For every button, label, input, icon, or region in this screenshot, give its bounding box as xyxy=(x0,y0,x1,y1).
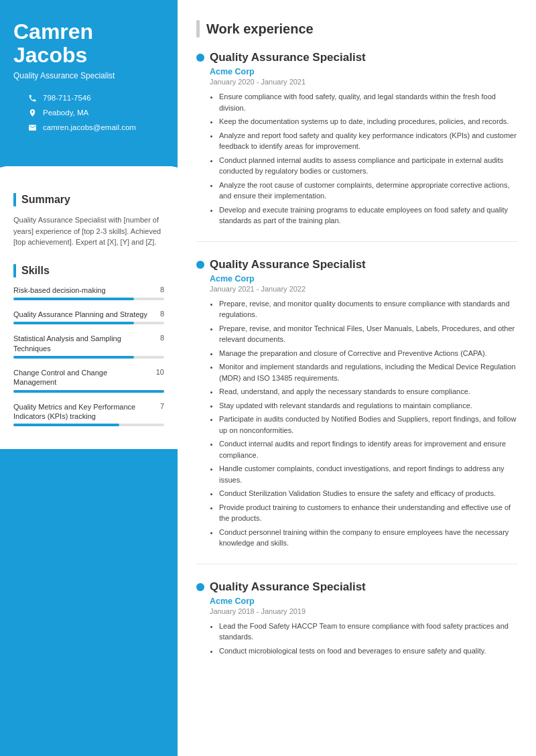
job-title: Quality Assurance Specialist xyxy=(210,580,366,594)
summary-accent xyxy=(13,193,16,206)
job-entry: Quality Assurance Specialist Acme Corp J… xyxy=(196,51,517,242)
job-dot xyxy=(196,583,204,591)
skill-name: Quality Assurance Planning and Strategy xyxy=(13,310,156,319)
job-dates: January 2021 - January 2022 xyxy=(210,285,517,293)
bullet-item: Conduct internal audits and report findi… xyxy=(219,438,517,460)
job-dot xyxy=(196,261,204,269)
location-contact: Peabody, MA xyxy=(27,107,151,118)
skill-item: Quality Metrics and Key Performance Indi… xyxy=(13,402,164,427)
bullet-item: Provide product training to customers to… xyxy=(219,502,517,524)
work-experience-title: Work experience xyxy=(206,21,314,37)
summary-heading: Summary xyxy=(13,193,164,206)
skill-bar-fill xyxy=(13,298,134,300)
bullet-item: Conduct planned internal audits to asses… xyxy=(219,155,517,177)
bullet-item: Lead the Food Safety HACCP Team to ensur… xyxy=(219,621,517,643)
skill-score: 8 xyxy=(160,286,164,294)
skill-bar-fill xyxy=(13,322,134,324)
skill-score: 7 xyxy=(160,402,164,410)
main-content: Work experience Quality Assurance Specia… xyxy=(178,0,536,756)
job-title: Quality Assurance Specialist xyxy=(210,51,366,64)
bullet-item: Develop and execute training programs to… xyxy=(219,204,517,227)
skill-score: 8 xyxy=(160,334,164,342)
bullet-item: Analyze and report food safety and quali… xyxy=(219,130,517,152)
bullet-item: Conduct microbiological tests on food an… xyxy=(219,645,517,657)
skill-bar-bg xyxy=(13,356,164,359)
job-entry: Quality Assurance Specialist Acme Corp J… xyxy=(196,258,517,564)
skill-bar-fill xyxy=(13,390,164,393)
bullet-item: Stay updated with relevant standards and… xyxy=(219,400,517,412)
email-text: camren.jacobs@email.com xyxy=(43,123,136,131)
bullet-item: Participate in audits conducted by Notif… xyxy=(219,414,517,436)
phone-icon xyxy=(27,92,38,103)
job-title-row: Quality Assurance Specialist xyxy=(196,258,517,271)
candidate-title: Quality Assurance Specialist xyxy=(13,71,164,80)
skill-item: Statistical Analysis and Sampling Techni… xyxy=(13,334,164,359)
job-dot xyxy=(196,54,204,62)
bullet-item: Conduct Sterilization Validation Studies… xyxy=(219,488,517,499)
skill-name: Quality Metrics and Key Performance Indi… xyxy=(13,402,156,422)
skill-item: Risk-based decision-making 8 xyxy=(13,286,164,300)
email-icon xyxy=(27,122,38,133)
bullet-item: Monitor and implement standards and regu… xyxy=(219,361,517,383)
resume-container: Camren Jacobs Quality Assurance Speciali… xyxy=(0,0,536,756)
work-experience-header: Work experience xyxy=(196,20,517,38)
email-contact: camren.jacobs@email.com xyxy=(27,122,151,133)
skill-bar-fill xyxy=(13,424,119,426)
skill-score: 8 xyxy=(160,310,164,318)
skill-bar-fill xyxy=(13,356,134,359)
bullet-item: Handle customer complaints, conduct inve… xyxy=(219,463,517,485)
job-title: Quality Assurance Specialist xyxy=(210,258,366,271)
we-accent-bar xyxy=(196,20,200,38)
skill-item: Quality Assurance Planning and Strategy … xyxy=(13,310,164,324)
contact-info: 798-711-7546 Peabody, MA xyxy=(13,92,164,147)
sidebar-lower: Summary Quality Assurance Specialist wit… xyxy=(0,166,178,449)
job-title-row: Quality Assurance Specialist xyxy=(196,51,517,64)
skill-name: Change Control and Change Management xyxy=(13,368,152,387)
location-icon xyxy=(27,107,38,118)
skills-list: Risk-based decision-making 8 Quality Ass… xyxy=(13,286,164,426)
skills-heading: Skills xyxy=(13,264,164,277)
job-title-row: Quality Assurance Specialist xyxy=(196,580,517,594)
candidate-name: Camren Jacobs xyxy=(13,20,164,67)
job-entry: Quality Assurance Specialist Acme Corp J… xyxy=(196,580,517,672)
skill-name: Risk-based decision-making xyxy=(13,286,156,295)
skill-bar-bg xyxy=(13,298,164,300)
job-company: Acme Corp xyxy=(210,274,517,284)
sidebar-header: Camren Jacobs Quality Assurance Speciali… xyxy=(0,0,178,147)
bullet-item: Prepare, revise, and monitor quality doc… xyxy=(219,298,517,320)
bullet-item: Analyze the root cause of customer compl… xyxy=(219,180,517,202)
job-company: Acme Corp xyxy=(210,67,517,76)
skill-score: 10 xyxy=(156,368,164,376)
bullet-item: Manage the preparation and closure of Co… xyxy=(219,348,517,359)
phone-text: 798-711-7546 xyxy=(43,94,91,102)
skill-bar-bg xyxy=(13,390,164,393)
skill-item: Change Control and Change Management 10 xyxy=(13,368,164,393)
skills-accent xyxy=(13,264,16,277)
bullet-item: Ensure compliance with food safety, qual… xyxy=(219,91,517,113)
jobs-list: Quality Assurance Specialist Acme Corp J… xyxy=(196,51,517,671)
bullet-item: Keep the documentation systems up to dat… xyxy=(219,116,517,127)
skill-bar-bg xyxy=(13,424,164,426)
job-bullets: Ensure compliance with food safety, qual… xyxy=(210,91,517,227)
location-text: Peabody, MA xyxy=(43,109,88,117)
job-bullets: Lead the Food Safety HACCP Team to ensur… xyxy=(210,621,517,657)
bullet-item: Read, understand, and apply the necessar… xyxy=(219,386,517,397)
job-bullets: Prepare, revise, and monitor quality doc… xyxy=(210,298,517,549)
sidebar: Camren Jacobs Quality Assurance Speciali… xyxy=(0,0,178,756)
summary-text: Quality Assurance Specialist with [numbe… xyxy=(13,214,164,248)
skill-name: Statistical Analysis and Sampling Techni… xyxy=(13,334,156,353)
job-dates: January 2020 - January 2021 xyxy=(210,78,517,86)
skill-bar-bg xyxy=(13,322,164,324)
phone-contact: 798-711-7546 xyxy=(27,92,151,103)
job-company: Acme Corp xyxy=(210,596,517,606)
bullet-item: Prepare, revise, and monitor Technical F… xyxy=(219,323,517,345)
bullet-item: Conduct personnel training within the co… xyxy=(219,527,517,549)
job-dates: January 2018 - January 2019 xyxy=(210,607,517,615)
